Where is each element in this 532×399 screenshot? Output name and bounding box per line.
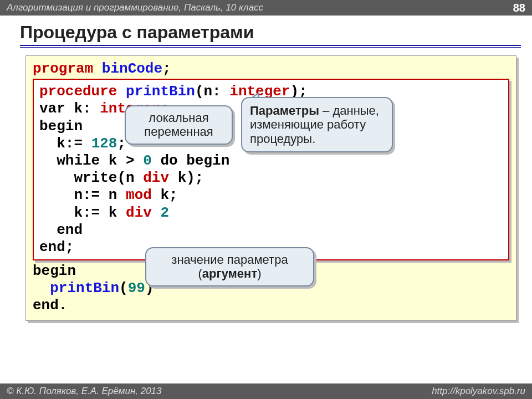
program-line: program binCode; (33, 60, 509, 78)
callout-parameters: Параметры – данные, изменяющие работу пр… (241, 97, 393, 152)
copyright: © К.Ю. Поляков, Е.А. Ерёмин, 2013 (7, 386, 162, 397)
div2-line: k:= k div 2 (39, 204, 503, 222)
callout-argument: значение параметра (аргумент) (145, 247, 314, 287)
while-line: while k > 0 do begin (39, 152, 503, 170)
title-underline (20, 45, 521, 48)
mod-line: n:= n mod k; (39, 187, 503, 204)
footer-bar: © К.Ю. Поляков, Е.А. Ерёмин, 2013 http:/… (0, 383, 532, 399)
end-inner-line: end (39, 222, 503, 239)
header-bar: Алгоритмизация и программирование, Паска… (0, 0, 532, 16)
page-number: 88 (513, 2, 525, 14)
slide-title: Процедура с параметрами (20, 22, 521, 43)
callout-local-variable: локальная переменная (125, 105, 233, 145)
write-line: write(n div k); (39, 170, 503, 187)
course-title: Алгоритмизация и программирование, Паска… (7, 2, 263, 13)
footer-url: http://kpolyakov.spb.ru (432, 386, 525, 397)
main-end-line: end. (33, 297, 509, 314)
